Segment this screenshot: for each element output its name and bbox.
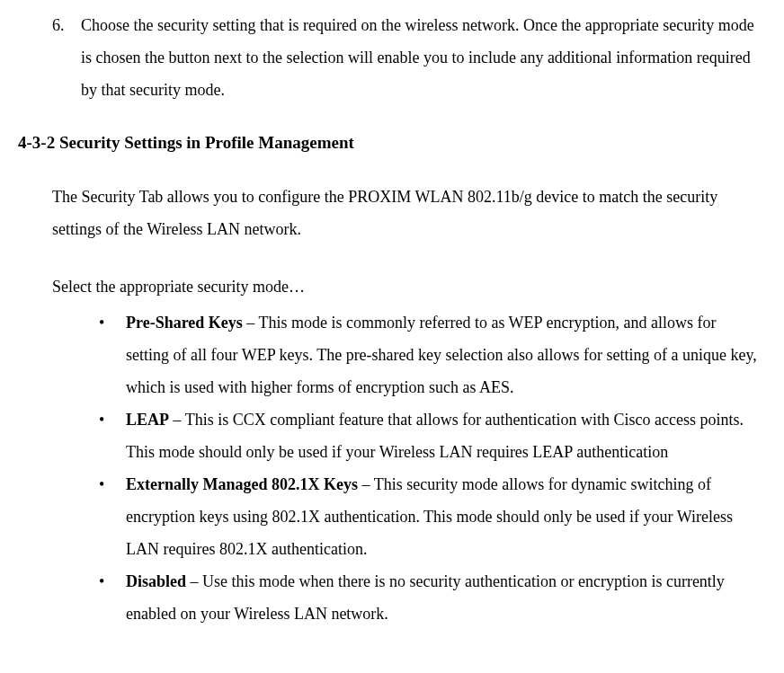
list-item: LEAP – This is CCX compliant feature tha…: [99, 403, 757, 468]
select-mode-line: Select the appropriate security mode…: [18, 270, 757, 303]
mode-title: Pre-Shared Keys: [126, 314, 243, 332]
intro-paragraph: The Security Tab allows you to configure…: [18, 181, 757, 245]
list-item: Pre-Shared Keys – This mode is commonly …: [99, 306, 757, 403]
mode-title: LEAP: [126, 411, 169, 429]
list-item: Externally Managed 802.1X Keys – This se…: [99, 468, 757, 565]
step-number: 6.: [52, 9, 81, 106]
section-heading: 4-3-2 Security Settings in Profile Manag…: [18, 131, 757, 155]
mode-title: Disabled: [126, 572, 186, 590]
mode-desc: – Use this mode when there is no securit…: [126, 572, 725, 623]
mode-title: Externally Managed 802.1X Keys: [126, 475, 358, 493]
list-item: Disabled – Use this mode when there is n…: [99, 565, 757, 630]
numbered-step: 6. Choose the security setting that is r…: [18, 9, 757, 106]
security-modes-list: Pre-Shared Keys – This mode is commonly …: [18, 306, 757, 630]
mode-desc: – This is CCX compliant feature that all…: [126, 411, 744, 461]
step-text: Choose the security setting that is requ…: [81, 9, 757, 106]
